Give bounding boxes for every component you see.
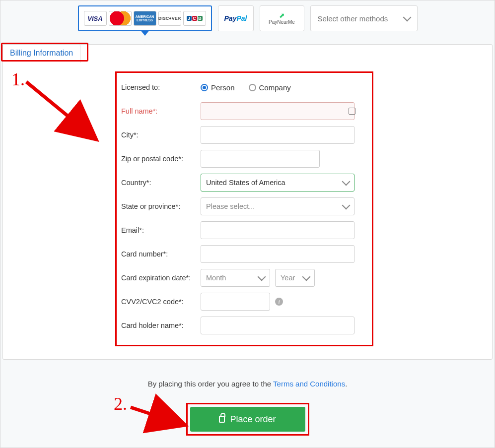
payment-method-row: VISA AMERICANEXPRESS DISC●VER JCB PayPal… [2,5,493,31]
autofill-icon [349,108,355,115]
exp-label: Card expiration date*: [121,274,201,282]
annotation-arrow-1 [24,79,104,150]
chevron-down-icon [302,273,311,281]
cvv-label: CVV2/CVC2 code*: [121,298,201,306]
chevron-down-icon [342,178,351,186]
country-label: Country*: [121,179,201,187]
chevron-down-icon [403,13,411,22]
payment-method-paynearme[interactable]: ⬈PayNearMe [260,5,304,31]
payment-method-cards[interactable]: VISA AMERICANEXPRESS DISC●VER JCB [78,5,212,31]
amex-icon: AMERICANEXPRESS [134,11,156,26]
agree-text: By placing this order you agree to the T… [2,380,493,388]
fullname-input[interactable] [201,102,354,120]
place-order-button[interactable]: Place order [190,407,305,432]
zip-input[interactable] [201,150,320,168]
annotation-number-2: 2. [114,393,127,414]
card-holder-input[interactable] [201,317,354,334]
mastercard-icon [109,11,132,26]
city-input[interactable] [201,126,354,144]
billing-tab: Billing Information [2,44,80,63]
zip-label: Zip or postal code*: [121,155,201,163]
visa-icon: VISA [84,11,107,26]
jcb-icon: JCB [183,11,206,26]
state-label: State or province*: [121,202,201,210]
info-icon[interactable]: i [275,298,283,306]
licensed-person-radio[interactable]: Person [201,83,235,92]
licensed-to-label: Licensed to: [121,83,201,91]
exp-year-select[interactable]: Year [275,269,315,287]
chevron-down-icon [258,273,266,281]
other-methods-label: Select other methods [318,14,388,23]
chevron-down-icon [342,201,351,210]
state-select[interactable]: Please select... [201,197,354,215]
cardno-label: Card number*: [121,250,201,258]
lock-icon [219,416,225,423]
annotation-number-1: 1. [11,69,25,90]
country-select[interactable]: United States of America [201,174,354,192]
cvv-input[interactable] [201,293,270,311]
holder-label: Card holder name*: [121,321,201,329]
discover-icon: DISC●VER [158,11,181,26]
email-label: Email*: [121,226,201,234]
svg-line-1 [131,407,182,424]
card-number-input[interactable] [201,245,354,263]
annotation-arrow-2 [129,404,193,436]
email-input[interactable] [201,221,354,239]
city-label: City*: [121,131,201,139]
svg-line-0 [26,82,94,137]
terms-link[interactable]: Terms and Conditions [273,380,345,388]
licensed-company-radio[interactable]: Company [249,83,291,92]
payment-method-paypal[interactable]: PayPal [218,5,254,31]
fullname-label: Full name*: [121,107,201,115]
payment-method-other-select[interactable]: Select other methods [310,5,418,31]
exp-month-select[interactable]: Month [201,269,270,287]
